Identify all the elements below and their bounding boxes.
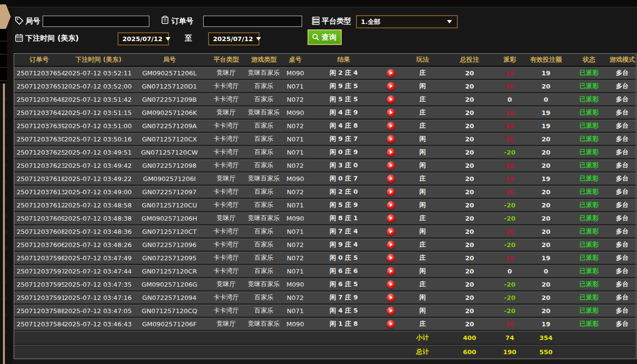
round-id: GM0902571206L [133,67,206,79]
play-icon[interactable] [387,267,395,275]
play-icon[interactable] [387,201,395,209]
valid-bet: 0 [522,93,569,105]
table-row: 250712037595359 2025-07-12 03:47:35 GM09… [14,278,636,292]
round-id: GM0902571206F [133,318,206,330]
bet-play-type: 庄 [403,318,442,330]
game-type: 竞咪百家乐 [246,67,282,79]
order-number: 250712037654576 [14,67,64,79]
platform-select[interactable]: 1.全部 [356,15,458,28]
valid-bet: 20 [522,199,569,211]
play-icon[interactable] [387,69,395,77]
total-bet: 20 [442,292,497,303]
play-icon[interactable] [387,228,395,236]
game-type: 竞咪百家乐 [246,212,282,224]
order-number: 250712037598196 [14,252,64,264]
search-button[interactable]: 查询 [307,29,342,45]
total-label: 总计 [403,345,442,359]
play-icon[interactable] [387,122,395,130]
status-badge: 已派彩 [569,120,609,132]
play-icon[interactable] [387,307,395,315]
bet-play-type: 闲 [403,305,442,317]
order-number: 250712037591346 [14,292,64,303]
game-mode: 多台 [609,265,636,277]
order-input[interactable] [203,16,302,27]
game-type: 百家乐 [246,305,282,317]
table-number: N072 [282,186,309,198]
play-icon[interactable] [387,109,395,117]
play-icon[interactable] [387,254,395,262]
bet-time: 2025-07-12 03:50:16 [64,133,133,145]
play-triangle [390,229,393,233]
game-type: 百家乐 [246,146,282,158]
status-badge: 已派彩 [569,67,609,79]
table-number: M090 [282,278,309,290]
play-icon[interactable] [387,188,395,196]
round-id: GN071257120CR [133,265,206,277]
subtotal-payout: 74 [497,331,522,344]
result-value: 闲 0 庄 7 [309,173,378,184]
play-icon[interactable] [387,214,395,223]
table-number: N071 [282,133,309,145]
total-bet: 20 [442,120,497,132]
order-number: 250712037609014 [14,212,64,224]
bet-time: 2025-07-12 03:51:00 [64,120,133,132]
total-bet: 20 [442,226,497,237]
play-icon[interactable] [387,82,395,91]
payout-value: -20 [497,305,522,317]
table-row: 250712037584271 2025-07-12 03:46:43 GM09… [14,318,636,331]
game-mode: 多台 [609,212,636,224]
play-icon[interactable] [387,241,395,249]
payout-value: 20 [497,226,522,237]
result-value: 闲 2 庄 4 [309,67,378,79]
game-mode: 多台 [609,146,636,158]
order-number: 250712037597417 [14,265,64,277]
play-icon[interactable] [387,161,395,170]
order-number: 250712037639732 [14,120,64,132]
table-row: 250712037654576 2025-07-12 03:52:11 GM09… [14,67,636,80]
bet-play-type: 庄 [403,107,442,118]
bet-play-type: 庄 [403,120,442,132]
play-icon[interactable] [387,175,395,183]
play-icon[interactable] [387,148,395,157]
total-payout: 190 [497,345,522,359]
total-bet: 20 [442,186,497,198]
play-icon[interactable] [387,320,395,328]
status-badge: 已派彩 [569,292,609,303]
play-icon[interactable] [387,280,395,289]
play-icon[interactable] [387,135,395,143]
magnifier-icon [312,33,320,41]
game-type: 百家乐 [246,93,282,105]
play-icon[interactable] [387,294,395,302]
payout-value: 19 [497,107,522,118]
order-number: 250712037623008 [14,159,64,171]
platform-type: 卡卡湾厅 [206,265,246,277]
round-input[interactable] [43,16,149,27]
left-rail [0,8,12,364]
play-triangle [390,150,393,154]
window-top-strip [0,0,637,7]
date-from-button[interactable]: 2025/07/12 [118,32,169,46]
valid-bet: 19 [522,107,569,118]
play-icon[interactable] [387,95,395,104]
status-badge: 已派彩 [569,133,609,145]
table-row: 250712037618502 2025-07-12 03:49:22 GM09… [14,173,636,186]
game-type: 百家乐 [246,133,282,145]
result-value: 闲 8 庄 1 [309,212,378,224]
table-row: 250712037625165 2025-07-12 03:49:51 GN07… [14,146,636,159]
date-to-button[interactable]: 2025/07/12 [208,32,260,46]
bet-time: 2025-07-12 03:47:05 [64,305,133,317]
table-row: 250712037609014 2025-07-12 03:48:38 GM09… [14,212,636,226]
total-bet: 20 [442,67,497,79]
table-row: 250712037613544 2025-07-12 03:49:00 GN07… [14,186,636,199]
result-value: 闲 2 庄 0 [309,186,378,198]
game-mode: 多台 [609,120,636,132]
column-header: 下注时间 (美东) [64,54,133,66]
total-bet: 600 [442,345,497,359]
play-triangle [390,203,393,207]
result-value: 闲 4 庄 8 [309,120,378,132]
platform-type: 竞咪厅 [206,67,246,79]
payout-value: 19 [497,173,522,184]
game-type: 百家乐 [246,159,282,171]
table-number: N071 [282,146,309,158]
platform-type: 卡卡湾厅 [206,159,246,171]
